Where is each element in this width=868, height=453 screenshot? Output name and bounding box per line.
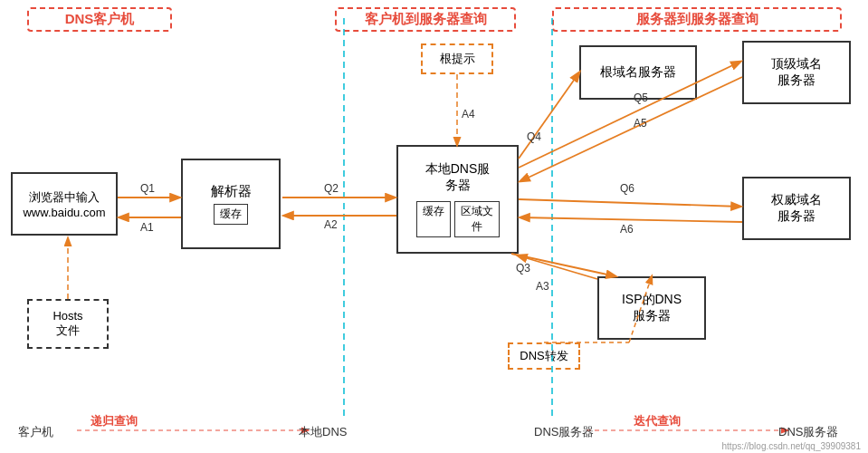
svg-line-12 — [519, 72, 579, 159]
bottom-iterative: 迭代查询 — [634, 413, 681, 429]
svg-text:A3: A3 — [536, 280, 549, 293]
bottom-local-dns: 本地DNS — [299, 424, 347, 440]
svg-text:A4: A4 — [462, 108, 475, 120]
watermark: https://blog.csdn.net/qq_39909381 — [722, 441, 861, 451]
diagram-container: DNS客户机 客户机到服务器查询 服务器到服务器查询 浏览器中输入 www.ba… — [0, 0, 868, 453]
svg-text:A6: A6 — [620, 223, 634, 236]
svg-text:Q1: Q1 — [140, 182, 155, 195]
svg-text:Q3: Q3 — [516, 262, 530, 275]
bottom-dns-server2: DNS服务器 — [778, 424, 838, 440]
bottom-client: 客户机 — [18, 424, 53, 440]
bottom-recursive: 递归查询 — [91, 413, 138, 429]
svg-text:Q4: Q4 — [527, 130, 541, 143]
bottom-dns-server1: DNS服务器 — [534, 424, 594, 440]
svg-text:Q6: Q6 — [620, 182, 634, 195]
svg-line-20 — [520, 217, 742, 222]
svg-text:A2: A2 — [324, 218, 338, 231]
svg-text:A5: A5 — [634, 117, 647, 130]
svg-line-16 — [520, 77, 742, 181]
svg-line-28 — [629, 276, 652, 342]
arrows-svg: Q1 A1 Q2 A2 A4 Q4 Q5 A5 Q6 A6 Q3 A3 — [0, 0, 868, 453]
svg-text:A1: A1 — [140, 221, 154, 234]
svg-text:Q5: Q5 — [634, 92, 648, 104]
svg-text:Q2: Q2 — [324, 182, 339, 195]
